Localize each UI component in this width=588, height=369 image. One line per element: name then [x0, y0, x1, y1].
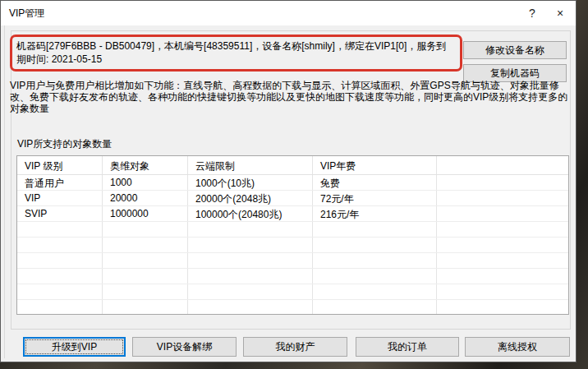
cell-empty — [188, 284, 313, 299]
cell-cloud: 20000个(2048兆) — [188, 191, 313, 205]
table-row-empty — [17, 253, 568, 269]
cell-empty — [437, 175, 568, 190]
cell-fee: 免费 — [313, 175, 437, 190]
cell-empty — [103, 253, 188, 268]
header-empty — [437, 156, 568, 174]
cell-empty — [17, 284, 103, 299]
modify-device-name-button[interactable]: 修改设备名称 — [463, 41, 567, 59]
cell-empty — [437, 269, 568, 284]
cell-empty — [188, 222, 313, 237]
my-assets-button[interactable]: 我的财产 — [243, 337, 347, 357]
screen-background: VIP管理 ? × 机器码[279F6BBB - DB500479]，本机编号[… — [0, 0, 588, 369]
vip-feature-description: VIP用户与免费用户相比增加如下功能：直线导航、高程数据的下载与显示、计算区域面… — [10, 80, 574, 114]
cell-empty — [437, 253, 568, 268]
table-header-row: VIP 级别 奥维对象 云端限制 VIP年费 — [17, 156, 568, 175]
cell-empty — [313, 238, 437, 252]
cell-level: SVIP — [17, 206, 103, 221]
table-empty-rows — [17, 222, 568, 315]
cell-empty — [103, 222, 188, 237]
cell-empty — [437, 300, 568, 315]
help-icon[interactable]: ? — [518, 1, 546, 25]
table-row[interactable]: SVIP 1000000 100000个(20480兆) 216元/年 — [17, 206, 568, 222]
table-row[interactable]: VIP 20000 20000个(2048兆) 72元/年 — [17, 191, 568, 206]
table-row-empty — [17, 284, 568, 300]
cell-fee: 216元/年 — [313, 206, 437, 221]
cell-cloud: 100000个(20480兆) — [188, 206, 313, 221]
vip-management-dialog: VIP管理 ? × 机器码[279F6BBB - DB500479]，本机编号[… — [0, 0, 577, 362]
cell-empty — [17, 269, 103, 284]
cell-objects: 1000 — [103, 175, 188, 190]
cell-cloud: 1000个(10兆) — [188, 175, 313, 190]
my-orders-button[interactable]: 我的订单 — [356, 337, 459, 357]
cell-empty — [17, 253, 103, 268]
cell-empty — [437, 238, 568, 252]
header-vip-level: VIP 级别 — [17, 156, 103, 174]
title-bar: VIP管理 ? × — [1, 1, 576, 25]
window-title: VIP管理 — [1, 7, 518, 21]
upgrade-to-vip-button[interactable]: 升级到VIP — [23, 337, 126, 357]
cell-empty — [103, 284, 188, 299]
cell-empty — [17, 222, 103, 237]
cell-empty — [313, 222, 437, 237]
cell-empty — [103, 300, 188, 315]
cell-objects: 1000000 — [103, 206, 188, 221]
table-caption: VIP所支持的对象数量 — [17, 137, 112, 151]
inner-border-line — [4, 25, 5, 358]
cell-empty — [188, 238, 313, 252]
table-row-empty — [17, 300, 568, 315]
device-info-box: 机器码[279F6BBB - DB500479]，本机编号[48359511]，… — [10, 35, 462, 71]
vip-device-unbind-button[interactable]: VIP设备解绑 — [132, 337, 237, 357]
cell-empty — [188, 269, 313, 284]
cell-empty — [313, 300, 437, 315]
cell-empty — [313, 284, 437, 299]
cell-level: VIP — [17, 191, 103, 205]
cell-empty — [103, 269, 188, 284]
cell-objects: 20000 — [103, 191, 188, 205]
table-row-empty — [17, 269, 568, 284]
cell-level: 普通用户 — [17, 175, 103, 190]
close-icon[interactable]: × — [546, 1, 574, 25]
cell-empty — [437, 206, 568, 221]
cell-empty — [103, 238, 188, 252]
vip-levels-table: VIP 级别 奥维对象 云端限制 VIP年费 普通用户 1000 1000个(1… — [16, 155, 569, 315]
cell-empty — [313, 253, 437, 268]
cell-empty — [188, 253, 313, 268]
header-annual-fee: VIP年费 — [313, 156, 437, 174]
cell-empty — [437, 222, 568, 237]
header-ovi-objects: 奥维对象 — [103, 156, 188, 174]
table-row-empty — [17, 222, 568, 238]
header-cloud-limit: 云端限制 — [188, 156, 313, 174]
cell-empty — [17, 300, 103, 315]
cell-fee: 72元/年 — [313, 191, 437, 205]
cell-empty — [188, 300, 313, 315]
table-row-empty — [17, 238, 568, 253]
offline-authorization-button[interactable]: 离线授权 — [465, 337, 570, 357]
cell-empty — [17, 238, 103, 252]
cell-empty — [437, 191, 568, 205]
cell-empty — [313, 269, 437, 284]
cell-empty — [437, 284, 568, 299]
table-row[interactable]: 普通用户 1000 1000个(10兆) 免费 — [17, 175, 568, 191]
